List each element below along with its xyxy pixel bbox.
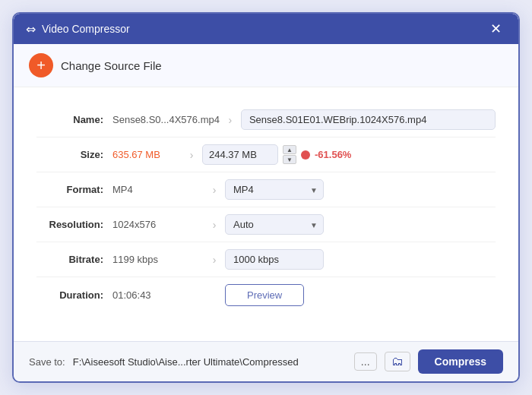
resolution-label: Resolution: bbox=[36, 219, 112, 230]
size-source-value: 635.67 MB bbox=[112, 149, 181, 160]
duration-row: Duration: 01:06:43 › Preview bbox=[36, 277, 496, 312]
save-path: F:\Aiseesoft Studio\Aise...rter Ultimate… bbox=[73, 356, 347, 368]
bitrate-arrow-icon: › bbox=[204, 254, 225, 266]
size-dest-value: 244.37 MB bbox=[202, 144, 278, 165]
size-label: Size: bbox=[36, 149, 112, 160]
resolution-row: Resolution: 1024x576 › Auto 1920x1080 12… bbox=[36, 207, 496, 242]
size-percent: -61.56% bbox=[315, 149, 357, 160]
size-up-btn[interactable]: ▲ bbox=[283, 145, 296, 154]
name-arrow-icon: › bbox=[220, 114, 241, 126]
format-label: Format: bbox=[36, 184, 112, 195]
window-title: Video Compressor bbox=[42, 23, 130, 35]
resolution-select[interactable]: Auto 1920x1080 1280x720 1024x576 854x480 bbox=[225, 214, 324, 235]
format-arrow-icon: › bbox=[204, 184, 225, 196]
toolbar-label: Change Source File bbox=[61, 59, 162, 72]
close-button[interactable]: ✕ bbox=[486, 21, 506, 37]
size-dot bbox=[301, 150, 310, 160]
toolbar: + Change Source File bbox=[14, 44, 518, 87]
form-area: Name: Sense8.S0...4X576.mp4 › Sense8.S01… bbox=[14, 87, 518, 341]
compress-button[interactable]: Compress bbox=[418, 349, 503, 374]
size-down-btn[interactable]: ▼ bbox=[283, 155, 296, 164]
name-dest-value: Sense8.S01E01.WEBrip.1024X576.mp4 bbox=[241, 109, 496, 130]
name-source-value: Sense8.S0...4X576.mp4 bbox=[112, 114, 220, 125]
resolution-source-value: 1024x576 bbox=[112, 219, 204, 230]
title-bar-left: ⇔ Video Compressor bbox=[26, 22, 130, 36]
duration-source-value: 01:06:43 bbox=[112, 289, 204, 301]
size-spinner: ▲ ▼ bbox=[283, 145, 296, 164]
main-window: ⇔ Video Compressor ✕ + Change Source Fil… bbox=[12, 12, 520, 383]
add-source-button[interactable]: + bbox=[29, 53, 53, 77]
format-source-value: MP4 bbox=[112, 184, 204, 195]
open-folder-button[interactable]: 🗂 bbox=[385, 352, 410, 371]
size-row: Size: 635.67 MB › 244.37 MB ▲ ▼ -61.56% bbox=[36, 137, 496, 172]
duration-label: Duration: bbox=[36, 289, 112, 301]
content-area: + Change Source File Name: Sense8.S0...4… bbox=[14, 44, 518, 341]
format-select-wrapper: MP4 MKV AVI MOV bbox=[225, 179, 324, 200]
name-label: Name: bbox=[36, 114, 112, 125]
format-row: Format: MP4 › MP4 MKV AVI MOV bbox=[36, 172, 496, 207]
resolution-select-wrapper: Auto 1920x1080 1280x720 1024x576 854x480 bbox=[225, 214, 324, 235]
bitrate-label: Bitrate: bbox=[36, 254, 112, 265]
preview-button[interactable]: Preview bbox=[225, 284, 304, 306]
more-options-button[interactable]: ... bbox=[354, 352, 377, 371]
format-select[interactable]: MP4 MKV AVI MOV bbox=[225, 179, 324, 200]
bitrate-source-value: 1199 kbps bbox=[112, 254, 204, 265]
footer: Save to: F:\Aiseesoft Studio\Aise...rter… bbox=[14, 341, 518, 381]
resolution-arrow-icon: › bbox=[204, 219, 225, 231]
bitrate-row: Bitrate: 1199 kbps › 1000 kbps bbox=[36, 242, 496, 277]
name-row: Name: Sense8.S0...4X576.mp4 › Sense8.S01… bbox=[36, 103, 496, 137]
app-icon: ⇔ bbox=[26, 22, 36, 36]
size-arrow-icon: › bbox=[181, 149, 202, 161]
save-to-label: Save to: bbox=[29, 356, 65, 368]
bitrate-dest-value: 1000 kbps bbox=[225, 249, 324, 270]
size-dest-group: 244.37 MB ▲ ▼ -61.56% bbox=[202, 144, 496, 165]
title-bar: ⇔ Video Compressor ✕ bbox=[14, 14, 518, 44]
